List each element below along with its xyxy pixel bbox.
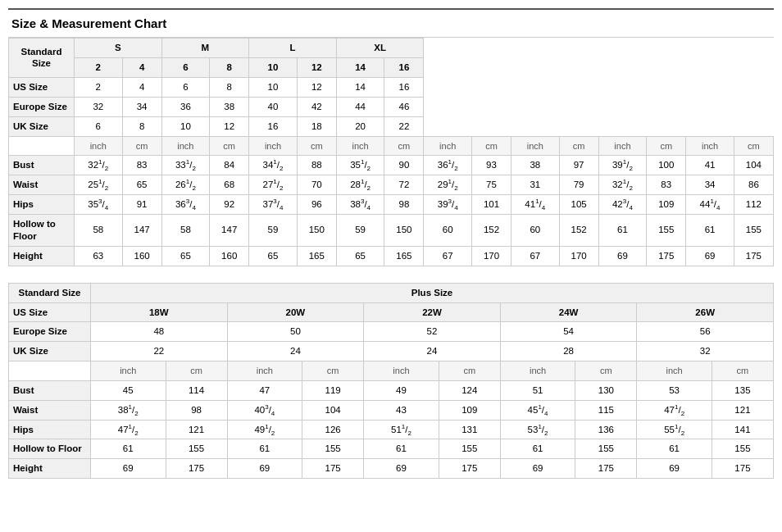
hips-label: Hips [9,194,75,214]
us-16: 16 [384,77,424,97]
us-size-2: 2 [75,57,123,77]
eu-34: 34 [122,97,161,116]
unit-cm-p2: cm [302,361,364,380]
col-header-standard-plus: Standard Size [9,283,91,302]
hips-s1-inch: 353/4 [75,194,123,214]
hips-m1-inch: 373/4 [249,194,298,214]
uk-28-plus: 28 [500,342,637,361]
col-header-m: M [161,39,249,58]
unit-inch-5: inch [424,136,472,155]
hips-m1-cm: 96 [297,194,336,214]
hollow-p1-cm: 155 [166,439,227,459]
hollow-s2-inch: 58 [161,214,210,246]
us-size-4: 4 [122,57,161,77]
hollow-xl1-inch: 61 [598,214,647,246]
us-size-10: 10 [249,57,298,77]
hollow-xl2-cm: 155 [734,214,773,246]
hollow-m1-cm: 150 [297,214,336,246]
unit-header-empty [9,136,75,155]
bust-label: Bust [9,155,75,175]
hips-p4-cm: 136 [575,420,637,439]
uk-12: 12 [210,116,249,136]
height-xl1-inch: 69 [598,246,647,266]
waist-p2-cm: 104 [302,400,364,420]
waist-p4-inch: 451/4 [500,400,575,420]
hips-l1-cm: 101 [471,194,511,214]
hollow-m1-inch: 59 [249,214,298,246]
col-header-standard: StandardSize [9,39,75,78]
bust-p1-inch: 45 [91,380,166,400]
unit-cm-3: cm [297,136,336,155]
unit-cm-1: cm [122,136,161,155]
unit-cm-7: cm [647,136,686,155]
height-l1-cm: 170 [471,246,511,266]
bust-p1-cm: 114 [166,380,227,400]
hollow-p4-inch: 61 [500,439,575,459]
waist-s1-cm: 65 [122,175,161,194]
waist-m2-inch: 281/2 [336,175,384,194]
hips-l2-inch: 411/4 [511,194,560,214]
height-s2-inch: 65 [161,246,210,266]
height-p2-inch: 69 [227,459,302,479]
unit-inch-2: inch [161,136,210,155]
hips-m2-inch: 383/4 [336,194,384,214]
hollow-m2-inch: 59 [336,214,384,246]
waist-p3-inch: 43 [364,400,439,420]
height-xl1-cm: 175 [647,246,686,266]
hips-s2-cm: 92 [210,194,249,214]
bust-p2-inch: 47 [227,380,302,400]
eu-36: 36 [161,97,210,116]
height-m2-cm: 165 [384,246,424,266]
plus-24w: 24W [500,302,637,322]
waist-m1-inch: 271/2 [249,175,298,194]
bust-l2-cm: 97 [559,155,598,175]
bust-m2-inch: 351/2 [336,155,384,175]
height-m2-inch: 65 [336,246,384,266]
bust-p5-inch: 53 [637,380,712,400]
hollow-s1-inch: 58 [75,214,123,246]
waist-xl2-inch: 34 [686,175,734,194]
hips-p2-cm: 126 [302,420,364,439]
hollow-xl1-cm: 155 [647,214,686,246]
hips-p5-inch: 551/2 [637,420,712,439]
bust-label-plus: Bust [9,380,91,400]
bust-m1-cm: 88 [297,155,336,175]
eu-50: 50 [227,322,364,342]
height-p3-cm: 175 [439,459,500,479]
unit-cm-p5: cm [712,361,773,380]
unit-inch-p1: inch [91,361,166,380]
us-8: 8 [210,77,249,97]
hips-p5-cm: 141 [712,420,773,439]
bust-xl1-inch: 391/2 [598,155,647,175]
hollow-l1-cm: 152 [471,214,511,246]
waist-p4-cm: 115 [575,400,637,420]
hollow-p2-cm: 155 [302,439,364,459]
bust-p2-cm: 119 [302,380,364,400]
waist-p5-cm: 121 [712,400,773,420]
unit-cm-6: cm [559,136,598,155]
hollow-l1-inch: 60 [424,214,472,246]
height-xl2-cm: 175 [734,246,773,266]
eu-38: 38 [210,97,249,116]
unit-cm-p3: cm [439,361,500,380]
us-size-label-plus: US Size [9,302,91,322]
hollow-p3-cm: 155 [439,439,500,459]
waist-label: Waist [9,175,75,194]
bust-l1-cm: 93 [471,155,511,175]
uk-10: 10 [161,116,210,136]
bust-xl2-cm: 104 [734,155,773,175]
bust-s2-inch: 331/2 [161,155,210,175]
eu-42: 42 [297,97,336,116]
height-p3-inch: 69 [364,459,439,479]
unit-inch-p2: inch [227,361,302,380]
hollow-p2-inch: 61 [227,439,302,459]
bust-xl1-cm: 100 [647,155,686,175]
uk-8: 8 [122,116,161,136]
hollow-s2-cm: 147 [210,214,249,246]
bust-s1-inch: 321/2 [75,155,123,175]
eu-54: 54 [500,322,637,342]
hips-xl1-inch: 423/4 [598,194,647,214]
unit-cm-8: cm [734,136,773,155]
unit-cm-2: cm [210,136,249,155]
height-xl2-inch: 69 [686,246,734,266]
